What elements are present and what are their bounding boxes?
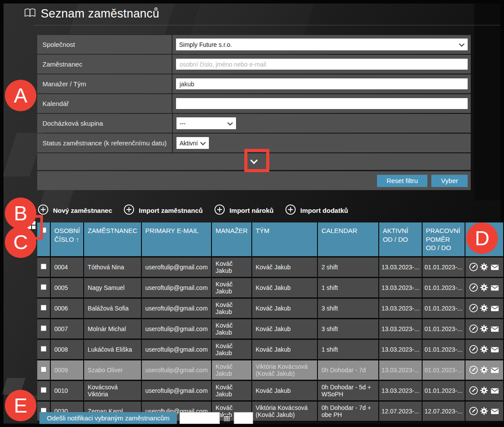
filter-row-company: Společnost Simply Future s.r.o. — [37, 35, 471, 54]
select-button[interactable]: Vyber — [431, 175, 468, 187]
row-checkbox[interactable] — [41, 305, 46, 311]
cell-email: useroftulip@gmail.com — [142, 360, 212, 381]
cell-name: Molnár Michal — [84, 319, 141, 340]
notification-time-input[interactable] — [234, 412, 253, 424]
actions-row: Nový zaměstnanec Import zaměstnanců Impo… — [38, 204, 348, 217]
header-manager[interactable]: MANAŽER — [212, 222, 252, 258]
cell-manager: Kováč Jakub — [212, 299, 252, 319]
cell-team: Viktória Kovácsová (Kováč Jakub) — [252, 402, 318, 422]
header-active-from-to[interactable]: AKTIVNÍ OD / DO — [379, 222, 422, 258]
edit-pencil-icon[interactable] — [469, 386, 478, 395]
header-personal-number[interactable]: OSOBNÍ ČÍSLO ↑ — [51, 222, 84, 258]
edit-pencil-icon[interactable] — [469, 303, 478, 313]
cell-id: 0007 — [51, 319, 84, 340]
gear-icon[interactable] — [479, 283, 489, 292]
row-checkbox[interactable] — [41, 387, 46, 393]
import-addenda-button[interactable]: Import dodatků — [285, 204, 348, 217]
annotation-circle-b: B — [5, 198, 36, 229]
edit-pencil-icon[interactable] — [469, 262, 478, 272]
cell-manager: Kováč Jakub — [212, 340, 252, 360]
plus-circle-icon — [123, 204, 134, 217]
header-primary-email[interactable]: PRIMARY E-MAIL — [142, 222, 212, 258]
page-header: Seznam zaměstnanců — [24, 7, 159, 21]
mail-envelope-icon[interactable] — [490, 345, 500, 354]
table-header-row: OSOBNÍ ČÍSLO ↑ ZAMĚSTNANEC PRIMARY E-MAI… — [37, 222, 504, 258]
gear-icon[interactable] — [479, 365, 489, 374]
new-employee-button[interactable]: Nový zaměstnanec — [38, 204, 112, 217]
mail-envelope-icon[interactable] — [490, 365, 500, 375]
employee-status-select[interactable]: Aktivní — [176, 137, 209, 149]
table-row: 0007Molnár Michaluseroftulip@gmail.comKo… — [37, 319, 504, 340]
employee-table: OSOBNÍ ČÍSLO ↑ ZAMĚSTNANEC PRIMARY E-MAI… — [37, 222, 504, 422]
table-row: 0008Lukáčová Eliškauseroftulip@gmail.com… — [37, 340, 504, 360]
cell-calendar: 3 shift — [318, 319, 379, 340]
gear-icon[interactable] — [479, 345, 489, 354]
edit-pencil-icon[interactable] — [469, 345, 478, 354]
cell-employment: 01.01.2023-... — [423, 258, 465, 278]
cell-actions — [465, 299, 504, 319]
cell-employment: 01.01.2023-... — [423, 340, 465, 360]
mail-envelope-icon[interactable] — [490, 386, 500, 395]
cell-manager: Kováč Jakub — [212, 258, 252, 278]
cell-checkbox — [37, 340, 51, 360]
attendance-group-select[interactable]: --- — [176, 117, 236, 129]
mail-envelope-icon[interactable] — [490, 303, 500, 313]
edit-pencil-icon[interactable] — [469, 283, 478, 292]
manager-team-input[interactable] — [176, 78, 468, 89]
cell-active: 13.03.2023-... — [379, 299, 422, 319]
cell-id: 0004 — [51, 258, 84, 278]
edit-pencil-icon[interactable] — [469, 406, 478, 416]
gear-icon[interactable] — [479, 386, 489, 395]
import-entitlements-button[interactable]: Import nároků — [214, 204, 274, 217]
filter-label-calendar: Kalendář — [37, 94, 173, 113]
cell-manager: Kováč Jakub — [212, 278, 252, 299]
calendar-icon[interactable] — [223, 414, 231, 422]
gear-icon[interactable] — [479, 324, 489, 333]
mail-envelope-icon[interactable] — [490, 324, 500, 334]
header-calendar[interactable]: CALENDAR — [318, 222, 379, 258]
header-employment-from-to[interactable]: PRACOVNÍ POMĚR OD / DO — [423, 222, 465, 258]
header-team[interactable]: TÝM — [252, 222, 318, 258]
company-select[interactable]: Simply Future s.r.o. — [176, 39, 468, 50]
cell-actions — [465, 402, 504, 422]
mail-envelope-icon[interactable] — [490, 262, 500, 272]
cell-actions — [465, 278, 504, 299]
edit-pencil-icon[interactable] — [469, 324, 478, 333]
row-checkbox[interactable] — [41, 346, 46, 352]
cell-id: 0005 — [51, 278, 84, 299]
cell-checkbox — [37, 278, 51, 299]
cell-calendar: 0h Dohodar - 7d + obe PH — [318, 402, 379, 422]
cell-calendar: 2 shift — [318, 258, 379, 278]
notification-date-input[interactable] — [180, 412, 220, 424]
table-row: 0005Nagy Samueluseroftulip@gmail.comKová… — [37, 278, 504, 299]
import-employees-button[interactable]: Import zaměstnanců — [123, 204, 203, 217]
send-notification-button[interactable]: Odešli notifikaci vybraným zaměstnancům — [39, 412, 177, 424]
cell-id: 0009 — [51, 360, 84, 381]
page-title: Seznam zaměstnanců — [41, 7, 159, 21]
gear-icon[interactable] — [479, 303, 489, 313]
row-checkbox[interactable] — [41, 264, 46, 269]
cell-id: 0010 — [51, 381, 84, 402]
header-divider — [34, 25, 500, 25]
mail-envelope-icon[interactable] — [490, 406, 500, 416]
cell-team: Kováč Jakub — [252, 299, 318, 319]
row-checkbox[interactable] — [41, 284, 46, 290]
edit-pencil-icon[interactable] — [469, 365, 478, 374]
cell-calendar: 0h Dohodar - 5d + WSoPH — [318, 381, 379, 402]
row-checkbox[interactable] — [41, 325, 46, 331]
cell-email: useroftulip@gmail.com — [142, 319, 212, 340]
cell-team: Kováč Jakub — [252, 278, 318, 299]
annotation-circle-d: D — [466, 222, 498, 254]
cell-active: 13.03.2023-... — [379, 360, 422, 381]
header-employee[interactable]: ZAMĚSTNANEC — [84, 222, 141, 258]
mail-envelope-icon[interactable] — [490, 283, 500, 293]
gear-icon[interactable] — [479, 262, 489, 272]
calendar-input[interactable] — [176, 98, 468, 109]
gear-icon[interactable] — [479, 406, 489, 416]
cell-checkbox — [37, 381, 51, 402]
reset-filter-button[interactable]: Reset filtru — [377, 175, 428, 187]
row-checkbox[interactable] — [41, 367, 46, 372]
cell-employment: 01.01.2023-... — [423, 360, 465, 381]
filter-label-employee: Zaměstnanec — [37, 55, 173, 74]
employee-search-input[interactable] — [176, 59, 468, 70]
